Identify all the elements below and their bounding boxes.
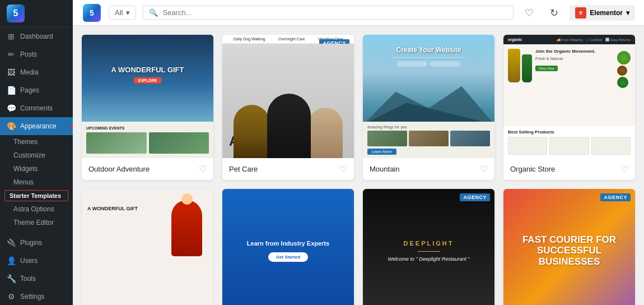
- sidebar-item-tools[interactable]: 🔧 Tools: [0, 270, 73, 288]
- sidebar: 5 ⊞ Dashboard ✏ Posts 🖼 Media 📄 Pages 💬 …: [0, 0, 73, 305]
- appearance-icon: 🎨: [7, 122, 16, 131]
- organic-nav1: 🚚 Free Shipping: [557, 38, 582, 41]
- sidebar-logo: 5: [0, 0, 73, 27]
- sidebar-subitem-starter-templates[interactable]: Starter Templates: [4, 190, 68, 201]
- sidebar-item-dashboard[interactable]: ⊞ Dashboard: [0, 27, 73, 45]
- appearance-item-wrapper: 🎨 Appearance ◀: [0, 117, 73, 135]
- organic-product3: [591, 137, 631, 155]
- sidebar-item-label: Plugins: [20, 239, 42, 247]
- appearance-submenu: Themes Customize Widgets Menus Starter T…: [0, 135, 73, 229]
- template-footer-petcare: Pet Care ♡: [222, 158, 354, 180]
- sidebar-item-pages[interactable]: 📄 Pages: [0, 81, 73, 99]
- template-thumbnail-organic: organic 🚚 Free Shipping ✓ Certified 🔄 Ea…: [503, 35, 635, 158]
- sidebar-item-label: Pages: [20, 86, 39, 94]
- organic-product2: [549, 137, 589, 155]
- mountain-svg: [363, 81, 494, 124]
- chevron-down-icon: ▾: [126, 8, 130, 17]
- favorite-petcare-button[interactable]: ♡: [339, 164, 347, 174]
- template-name-outdoor: Outdoor Adventure: [88, 165, 150, 173]
- template-card-pet-care[interactable]: AGENCY Daily Dog Walking Overnight Care …: [222, 35, 354, 180]
- topbar-actions: ♡ ↻ e Elementor ▾: [520, 4, 635, 22]
- pages-icon: 📄: [7, 86, 16, 95]
- sidebar-item-label: Posts: [20, 50, 37, 58]
- sidebar-item-media[interactable]: 🖼 Media: [0, 63, 73, 81]
- template-thumbnail-petcare: AGENCY Daily Dog Walking Overnight Care …: [222, 35, 354, 158]
- template-card-courier[interactable]: AGENCY FAST COURIER FOR SUCCESSFUL BUSIN…: [503, 189, 635, 305]
- comments-icon: 💬: [7, 104, 16, 113]
- dashboard-icon: ⊞: [7, 32, 16, 41]
- organic-brand: organic: [508, 38, 522, 41]
- search-input[interactable]: [162, 8, 507, 17]
- industry-title: Learn from Industry Experts: [247, 240, 329, 247]
- sidebar-item-posts[interactable]: ✏ Posts: [0, 45, 73, 63]
- organic-product1: [508, 137, 547, 155]
- users-icon: 👤: [7, 256, 16, 265]
- sidebar-subitem-astra-options[interactable]: Astra Options: [0, 202, 73, 216]
- mountain-cta-btn: Learn More: [367, 149, 396, 155]
- outdoor-img1: [86, 132, 147, 154]
- outdoor-events-label: UPCOMING EVENTS: [86, 126, 209, 130]
- sidebar-item-label: Media: [20, 68, 39, 76]
- sidebar-item-comments[interactable]: 💬 Comments: [0, 99, 73, 117]
- sidebar-item-users[interactable]: 👤 Users: [0, 252, 73, 270]
- template-card-industry[interactable]: Learn from Industry Experts Get Started …: [222, 189, 354, 305]
- template-card-mountain[interactable]: Create Your Website: [363, 35, 494, 180]
- organic-bottle1: [508, 49, 520, 82]
- template-name-organic: Organic Store: [510, 165, 555, 173]
- search-icon: 🔍: [149, 8, 158, 17]
- sidebar-item-plugins[interactable]: 🔌 Plugins: [0, 234, 73, 252]
- restaurant-welcome-text: Welcome to " Deeplight Restaurant ": [388, 256, 470, 262]
- veg3: [617, 77, 628, 88]
- veg1: [617, 51, 631, 64]
- template-thumbnail-mountain: Create Your Website: [363, 35, 494, 158]
- settings-icon: ⚙: [7, 292, 16, 301]
- template-card-printed-tees[interactable]: AGENCY A WONDERFUL GIFT Printed Tees ♡: [82, 189, 213, 305]
- posts-icon: ✏: [7, 50, 16, 59]
- favorite-organic-button[interactable]: ♡: [620, 164, 628, 174]
- template-card-restaurant[interactable]: AGENCY DEEPLIGHT Welcome to " Deeplight …: [363, 189, 494, 305]
- outdoor-img2: [149, 132, 209, 154]
- sidebar-item-label: Appearance: [20, 122, 57, 130]
- sidebar-logo-icon: 5: [7, 4, 25, 22]
- mountain-img3: [450, 131, 490, 146]
- mountain-title: Create Your Website: [370, 46, 488, 54]
- printed-tees-text: A WONDERFUL GIFT: [87, 206, 138, 212]
- favorite-mountain-button[interactable]: ♡: [480, 164, 488, 174]
- sidebar-subitem-theme-editor[interactable]: Theme Editor: [0, 216, 73, 229]
- organic-nav3: 🔄 Easy Returns: [605, 38, 631, 41]
- topbar-logo-shape: 5: [83, 4, 101, 22]
- sidebar-subitem-customize[interactable]: Customize: [0, 149, 73, 162]
- sidebar-subitem-widgets[interactable]: Widgets: [0, 162, 73, 175]
- organic-bottle2: [522, 54, 532, 82]
- sidebar-item-label: Dashboard: [20, 33, 53, 40]
- filter-label: All: [115, 8, 123, 17]
- outdoor-main-text: A WONDERFUL GIFT: [111, 66, 184, 74]
- petcare-nav1: Daily Dog Walking: [234, 37, 265, 41]
- sidebar-subitem-themes[interactable]: Themes: [0, 135, 73, 149]
- agency-badge-restaurant: AGENCY: [460, 193, 490, 201]
- sidebar-subitem-menus[interactable]: Menus: [0, 175, 73, 189]
- template-thumbnail-outdoor: A WONDERFUL GIFT EXPLORE UPCOMING EVENTS: [82, 35, 213, 158]
- organic-sub: Fresh & Natural: [535, 57, 614, 61]
- template-thumbnail-printed: AGENCY A WONDERFUL GIFT: [82, 189, 213, 305]
- favorites-button[interactable]: ♡: [520, 4, 538, 22]
- agency-badge-courier: AGENCY: [600, 193, 631, 201]
- elementor-badge[interactable]: e Elementor ▾: [570, 5, 635, 21]
- refresh-button[interactable]: ↻: [545, 4, 563, 22]
- topbar-logo: 5: [82, 3, 102, 23]
- restaurant-logo-text: DEEPLIGHT: [404, 240, 454, 247]
- mountain-subtext: amazing things for you: [367, 125, 490, 129]
- courier-main-text: FAST COURIER FOR SUCCESSFUL BUSINESSES: [512, 234, 626, 267]
- filter-dropdown[interactable]: All ▾: [109, 6, 136, 20]
- mountain-img1: [367, 131, 407, 146]
- template-footer-outdoor: Outdoor Adventure ♡: [82, 158, 213, 180]
- template-card-outdoor-adventure[interactable]: A WONDERFUL GIFT EXPLORE UPCOMING EVENTS: [82, 35, 213, 180]
- sidebar-item-settings[interactable]: ⚙ Settings: [0, 288, 73, 305]
- favorite-outdoor-button[interactable]: ♡: [199, 164, 207, 174]
- search-bar[interactable]: 🔍: [143, 6, 514, 20]
- template-name-mountain: Mountain: [370, 165, 399, 173]
- template-card-organic-store[interactable]: organic 🚚 Free Shipping ✓ Certified 🔄 Ea…: [503, 35, 635, 180]
- sidebar-item-label: Comments: [20, 104, 53, 112]
- sidebar-item-appearance[interactable]: 🎨 Appearance: [0, 117, 73, 135]
- template-footer-organic: Organic Store ♡: [503, 158, 635, 180]
